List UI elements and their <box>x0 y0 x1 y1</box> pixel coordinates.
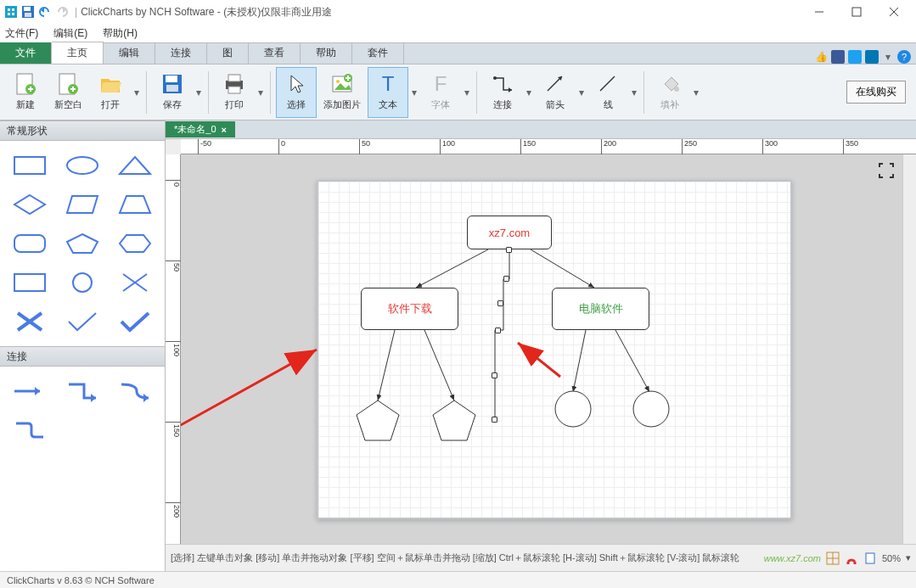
shape-circle[interactable] <box>59 266 105 299</box>
font-button[interactable]: F 字体 <box>420 67 461 118</box>
tab-help[interactable]: 帮助 <box>301 42 352 64</box>
shape-trapezoid[interactable] <box>112 188 158 221</box>
open-button[interactable]: 打开 <box>90 67 131 118</box>
doc-close-icon[interactable]: × <box>222 125 227 135</box>
svg-rect-22 <box>166 85 178 92</box>
tab-suite[interactable]: 套件 <box>352 42 404 64</box>
connectors-grid <box>0 367 165 455</box>
menu-help[interactable]: 帮助(H) <box>103 26 138 41</box>
connect-button[interactable]: 连接 <box>482 67 523 118</box>
tab-figure[interactable]: 图 <box>207 42 249 64</box>
text-icon: T <box>375 71 401 97</box>
zoom-dropdown-icon[interactable]: ▾ <box>906 552 911 563</box>
shape-diamond[interactable] <box>7 188 53 221</box>
shape-rect2[interactable] <box>7 266 53 299</box>
shape-check-bold[interactable] <box>112 305 158 338</box>
tab-view[interactable]: 查看 <box>249 42 301 64</box>
node-right[interactable]: 电脑软件 <box>552 288 649 330</box>
handle[interactable] <box>503 276 509 282</box>
line-icon <box>595 71 621 97</box>
fill-button[interactable]: 填补 <box>649 67 690 118</box>
handle[interactable] <box>492 372 497 378</box>
connect-dropdown[interactable]: ▾ <box>525 67 533 118</box>
arrow-button[interactable]: 箭头 <box>535 67 576 118</box>
scrollbar-vertical[interactable] <box>902 154 916 544</box>
canvas-page[interactable]: xz7.com 软件下载 电脑软件 <box>317 180 792 519</box>
shape-parallelogram[interactable] <box>59 188 105 221</box>
new-blank-icon <box>55 71 81 97</box>
shape-cross[interactable] <box>112 266 158 299</box>
shape-roundrect[interactable] <box>7 227 53 260</box>
conn-elbow[interactable] <box>59 375 105 407</box>
connect-header[interactable]: 连接 <box>0 346 165 367</box>
help-icon[interactable]: ? <box>897 50 911 64</box>
node-left[interactable]: 软件下载 <box>361 288 458 330</box>
new-blank-button[interactable]: 新空白 <box>48 67 88 118</box>
open-dropdown[interactable]: ▾ <box>132 67 141 118</box>
new-button[interactable]: 新建 <box>5 67 46 118</box>
font-dropdown[interactable]: ▾ <box>463 67 471 118</box>
print-dropdown[interactable]: ▾ <box>256 67 265 118</box>
line-dropdown[interactable]: ▾ <box>630 67 638 118</box>
handle[interactable] <box>497 300 503 306</box>
conn-straight[interactable] <box>7 375 53 407</box>
page-icon[interactable] <box>863 552 877 565</box>
select-button[interactable]: 选择 <box>276 67 317 118</box>
print-button[interactable]: 打印 <box>214 67 255 118</box>
dropdown-icon[interactable]: ▾ <box>885 51 891 63</box>
image-icon <box>329 71 355 97</box>
close-button[interactable] <box>875 0 913 24</box>
text-dropdown[interactable]: ▾ <box>410 67 419 118</box>
add-image-button[interactable]: 添加图片 <box>318 67 366 118</box>
maximize-button[interactable] <box>838 0 875 24</box>
svg-rect-2 <box>12 8 14 11</box>
fullscreen-icon[interactable] <box>879 163 894 178</box>
text-button[interactable]: T 文本 <box>368 67 408 118</box>
fill-dropdown[interactable]: ▾ <box>692 67 700 118</box>
doc-tab[interactable]: *未命名_0 × <box>166 121 235 137</box>
shape-check[interactable] <box>59 305 105 338</box>
save-button[interactable]: 保存 <box>152 67 193 118</box>
undo-icon[interactable] <box>37 4 53 20</box>
conn-round[interactable] <box>7 414 53 446</box>
save-disk-icon <box>160 71 185 97</box>
menu-edit[interactable]: 编辑(E) <box>53 26 87 41</box>
svg-rect-4 <box>12 13 14 15</box>
line-button[interactable]: 线 <box>587 67 628 118</box>
grid-toggle-icon[interactable] <box>826 552 840 565</box>
arrow-dropdown[interactable]: ▾ <box>577 67 586 118</box>
shape-hexagon[interactable] <box>112 227 158 260</box>
buy-button[interactable]: 在线购买 <box>846 81 906 104</box>
twitter-icon[interactable] <box>848 50 862 64</box>
node-root[interactable]: xz7.com <box>467 216 552 249</box>
thumb-icon[interactable]: 👍 <box>815 51 828 63</box>
shape-triangle[interactable] <box>112 149 158 182</box>
save-dropdown[interactable]: ▾ <box>194 67 203 118</box>
open-icon <box>98 71 123 97</box>
tab-home[interactable]: 主页 <box>52 42 104 64</box>
shape-ellipse[interactable] <box>59 149 105 182</box>
handle[interactable] <box>495 328 501 333</box>
redo-icon[interactable] <box>54 4 70 20</box>
minimize-button[interactable] <box>801 0 838 24</box>
shape-pentagon[interactable] <box>59 227 105 260</box>
snap-icon[interactable] <box>845 552 858 565</box>
handle[interactable] <box>506 247 512 253</box>
zoom-label[interactable]: 50% <box>882 553 901 563</box>
handle[interactable] <box>492 417 497 423</box>
conn-curve[interactable] <box>112 375 158 407</box>
tab-file[interactable]: 文件 <box>0 42 52 64</box>
canvas-scroll[interactable]: xz7.com 软件下载 电脑软件 <box>181 154 902 544</box>
shape-x[interactable] <box>7 305 53 338</box>
tab-edit[interactable]: 编辑 <box>104 42 155 64</box>
tab-connect[interactable]: 连接 <box>155 42 207 64</box>
save-icon[interactable] <box>20 4 36 20</box>
facebook-icon[interactable] <box>831 50 845 64</box>
linkedin-icon[interactable] <box>865 50 879 64</box>
svg-rect-1 <box>8 8 10 11</box>
cursor-icon <box>284 71 309 97</box>
shapes-header[interactable]: 常规形状 <box>0 120 165 141</box>
svg-rect-25 <box>228 87 240 93</box>
shape-rect[interactable] <box>7 149 53 182</box>
menu-file[interactable]: 文件(F) <box>5 26 38 41</box>
